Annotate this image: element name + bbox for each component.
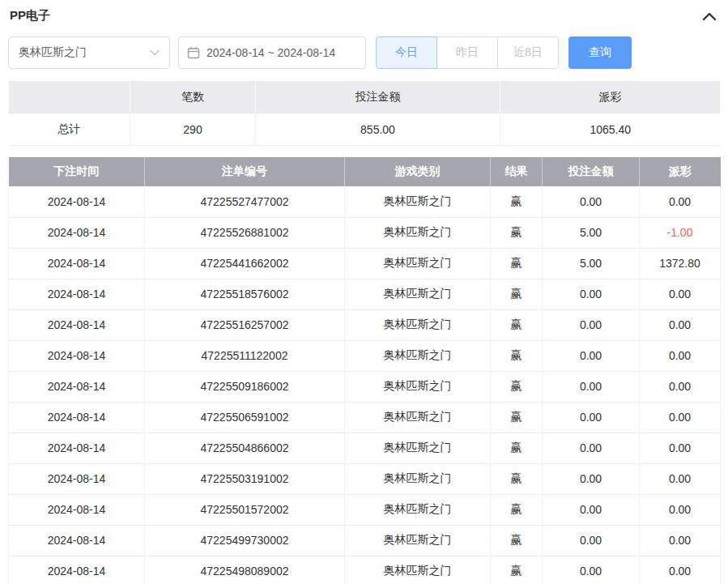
- cell-payout: -1.00: [640, 217, 721, 248]
- cell-bet-amount: 0.00: [543, 186, 640, 217]
- query-button[interactable]: 查询: [568, 36, 632, 69]
- quick-button-yesterday[interactable]: 昨日: [436, 36, 498, 69]
- cell-bet-time: 2024-08-14: [9, 494, 145, 525]
- cell-payout: 0.00: [640, 525, 721, 556]
- cell-payout: 0.00: [640, 186, 721, 217]
- game-select[interactable]: 奥林匹斯之门: [8, 36, 170, 69]
- cell-game-type: 奥林匹斯之门: [345, 309, 491, 340]
- cell-bet-amount: 0.00: [543, 463, 640, 494]
- summary-total-label: 总计: [9, 113, 130, 146]
- cell-result: 赢: [491, 402, 543, 433]
- calendar-icon: [187, 46, 200, 59]
- cell-bet-time: 2024-08-14: [9, 556, 145, 584]
- summary-header-bet-amount: 投注金额: [256, 81, 500, 113]
- table-row: 2024-08-14 47225516257002 奥林匹斯之门 赢 0.00 …: [9, 309, 721, 340]
- quick-date-button-group: 今日 昨日 近8日: [376, 36, 559, 69]
- cell-bet-id: 47225516257002: [145, 309, 345, 340]
- cell-bet-time: 2024-08-14: [9, 217, 145, 248]
- cell-bet-amount: 0.00: [543, 402, 640, 433]
- cell-bet-time: 2024-08-14: [9, 433, 145, 463]
- table-row: 2024-08-14 47225499730002 奥林匹斯之门 赢 0.00 …: [9, 525, 721, 556]
- table-row: 2024-08-14 47225504866002 奥林匹斯之门 赢 0.00 …: [9, 433, 721, 463]
- chevron-up-icon: [702, 11, 717, 21]
- cell-result: 赢: [491, 525, 543, 556]
- page-title: PP电子: [10, 8, 50, 23]
- cell-bet-id: 47225504866002: [145, 433, 345, 463]
- cell-bet-id: 47225501572002: [145, 494, 345, 525]
- cell-result: 赢: [491, 248, 543, 279]
- cell-game-type: 奥林匹斯之门: [345, 217, 491, 248]
- cell-game-type: 奥林匹斯之门: [345, 525, 491, 556]
- cell-payout: 0.00: [640, 463, 721, 494]
- cell-result: 赢: [491, 556, 543, 584]
- cell-payout: 0.00: [640, 371, 721, 402]
- cell-bet-time: 2024-08-14: [9, 309, 145, 340]
- game-select-value: 奥林匹斯之门: [19, 45, 87, 60]
- table-row: 2024-08-14 47225506591002 奥林匹斯之门 赢 0.00 …: [9, 402, 721, 433]
- cell-bet-id: 47225506591002: [145, 402, 345, 433]
- cell-bet-time: 2024-08-14: [9, 371, 145, 402]
- chevron-down-icon: [150, 49, 160, 56]
- cell-bet-id: 47225509186002: [145, 371, 345, 402]
- cell-bet-id: 47225441662002: [145, 248, 345, 279]
- cell-bet-amount: 0.00: [543, 556, 640, 584]
- summary-total-count: 290: [130, 113, 256, 146]
- cell-bet-amount: 0.00: [543, 309, 640, 340]
- cell-result: 赢: [491, 463, 543, 494]
- bet-records-table: 下注时间 注单编号 游戏类别 结果 投注金额 派彩 2024-08-14 472…: [8, 157, 721, 584]
- cell-bet-amount: 0.00: [543, 494, 640, 525]
- summary-total-row: 总计 290 855.00 1065.40: [9, 113, 721, 146]
- cell-payout: 0.00: [640, 494, 721, 525]
- cell-result: 赢: [491, 186, 543, 217]
- cell-payout: 0.00: [640, 433, 721, 463]
- col-header-bet-time: 下注时间: [9, 157, 145, 186]
- cell-bet-id: 47225499730002: [145, 525, 345, 556]
- table-row: 2024-08-14 47225518576002 奥林匹斯之门 赢 0.00 …: [9, 279, 721, 309]
- col-header-payout: 派彩: [640, 157, 721, 186]
- table-row: 2024-08-14 47225509186002 奥林匹斯之门 赢 0.00 …: [9, 371, 721, 402]
- table-row: 2024-08-14 47225526881002 奥林匹斯之门 赢 5.00 …: [9, 217, 721, 248]
- cell-result: 赢: [491, 371, 543, 402]
- summary-header-blank: [9, 81, 130, 113]
- cell-game-type: 奥林匹斯之门: [345, 340, 491, 371]
- cell-result: 赢: [491, 279, 543, 309]
- cell-bet-amount: 0.00: [543, 433, 640, 463]
- pp-electronic-panel: PP电子 奥林匹斯之门 2024-08-14 ~ 2024-08-14 今日 昨…: [0, 0, 728, 584]
- cell-bet-time: 2024-08-14: [9, 402, 145, 433]
- summary-header-row: 笔数 投注金额 派彩: [9, 81, 721, 113]
- cell-payout: 0.00: [640, 309, 721, 340]
- cell-bet-id: 47225511122002: [145, 340, 345, 371]
- summary-table: 笔数 投注金额 派彩 总计 290 855.00 1065.40: [8, 80, 721, 146]
- cell-result: 赢: [491, 217, 543, 248]
- cell-game-type: 奥林匹斯之门: [345, 279, 491, 309]
- col-header-bet-amount: 投注金额: [543, 157, 640, 186]
- quick-button-last-8-days[interactable]: 近8日: [497, 36, 559, 69]
- summary-total-bet-amount: 855.00: [256, 113, 500, 146]
- quick-button-today[interactable]: 今日: [376, 36, 437, 69]
- cell-bet-amount: 0.00: [543, 279, 640, 309]
- cell-bet-time: 2024-08-14: [9, 248, 145, 279]
- cell-game-type: 奥林匹斯之门: [345, 494, 491, 525]
- cell-payout: 0.00: [640, 279, 721, 309]
- cell-payout: 0.00: [640, 556, 721, 584]
- bet-table-body: 2024-08-14 47225527477002 奥林匹斯之门 赢 0.00 …: [9, 186, 721, 584]
- cell-game-type: 奥林匹斯之门: [345, 463, 491, 494]
- cell-bet-time: 2024-08-14: [9, 279, 145, 309]
- col-header-game-type: 游戏类别: [345, 157, 491, 186]
- table-row: 2024-08-14 47225441662002 奥林匹斯之门 赢 5.00 …: [9, 248, 721, 279]
- cell-bet-id: 47225518576002: [145, 279, 345, 309]
- summary-header-count: 笔数: [130, 81, 256, 113]
- cell-bet-time: 2024-08-14: [9, 186, 145, 217]
- date-range-input[interactable]: 2024-08-14 ~ 2024-08-14: [178, 36, 366, 69]
- cell-bet-time: 2024-08-14: [9, 525, 145, 556]
- cell-bet-time: 2024-08-14: [9, 463, 145, 494]
- table-row: 2024-08-14 47225498089002 奥林匹斯之门 赢 0.00 …: [9, 556, 721, 584]
- cell-result: 赢: [491, 340, 543, 371]
- cell-bet-time: 2024-08-14: [9, 340, 145, 371]
- cell-payout: 0.00: [640, 402, 721, 433]
- collapse-button[interactable]: [700, 10, 718, 23]
- cell-bet-id: 47225503191002: [145, 463, 345, 494]
- cell-game-type: 奥林匹斯之门: [345, 371, 491, 402]
- cell-bet-id: 47225498089002: [145, 556, 345, 584]
- summary-header-payout: 派彩: [500, 81, 721, 113]
